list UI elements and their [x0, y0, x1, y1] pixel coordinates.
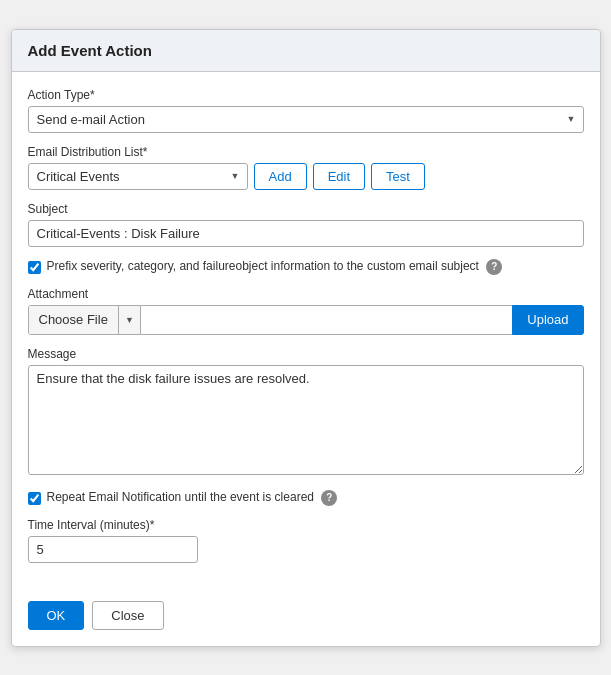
- upload-button[interactable]: Upload: [512, 305, 583, 335]
- file-name-input[interactable]: [141, 305, 513, 335]
- action-type-group: Action Type* Send e-mail Action: [28, 88, 584, 133]
- dialog-body: Action Type* Send e-mail Action Email Di…: [12, 72, 600, 591]
- dialog-footer: OK Close: [12, 591, 600, 646]
- attachment-label: Attachment: [28, 287, 584, 301]
- repeat-checkbox-row: Repeat Email Notification until the even…: [28, 490, 584, 506]
- close-button[interactable]: Close: [92, 601, 163, 630]
- ok-button[interactable]: OK: [28, 601, 85, 630]
- action-type-label: Action Type*: [28, 88, 584, 102]
- action-type-select-wrapper: Send e-mail Action: [28, 106, 584, 133]
- repeat-checkbox-label: Repeat Email Notification until the even…: [47, 490, 338, 506]
- choose-file-dropdown[interactable]: ▼: [119, 306, 140, 334]
- prefix-checkbox-label: Prefix severity, category, and failureob…: [47, 259, 503, 275]
- edit-button[interactable]: Edit: [313, 163, 365, 190]
- email-dist-label: Email Distribution List*: [28, 145, 584, 159]
- time-interval-group: Time Interval (minutes)*: [28, 518, 584, 563]
- dialog-title: Add Event Action: [28, 42, 584, 59]
- email-dist-group: Email Distribution List* Critical Events…: [28, 145, 584, 190]
- email-dist-select-wrapper: Critical Events: [28, 163, 248, 190]
- time-interval-label: Time Interval (minutes)*: [28, 518, 584, 532]
- subject-label: Subject: [28, 202, 584, 216]
- time-interval-input[interactable]: [28, 536, 198, 563]
- add-button[interactable]: Add: [254, 163, 307, 190]
- action-type-select[interactable]: Send e-mail Action: [28, 106, 584, 133]
- prefix-checkbox-row: Prefix severity, category, and failureob…: [28, 259, 584, 275]
- prefix-checkbox[interactable]: [28, 261, 41, 274]
- email-dist-inline: Critical Events Add Edit Test: [28, 163, 584, 190]
- subject-group: Subject: [28, 202, 584, 247]
- message-label: Message: [28, 347, 584, 361]
- message-group: Message: [28, 347, 584, 478]
- prefix-help-icon[interactable]: ?: [486, 259, 502, 275]
- test-button[interactable]: Test: [371, 163, 425, 190]
- attachment-row: Choose File ▼ Upload: [28, 305, 584, 335]
- attachment-group: Attachment Choose File ▼ Upload: [28, 287, 584, 335]
- choose-file-button[interactable]: Choose File: [29, 306, 119, 334]
- repeat-help-icon[interactable]: ?: [321, 490, 337, 506]
- dialog-header: Add Event Action: [12, 30, 600, 72]
- repeat-checkbox[interactable]: [28, 492, 41, 505]
- message-textarea[interactable]: [28, 365, 584, 475]
- add-event-action-dialog: Add Event Action Action Type* Send e-mai…: [11, 29, 601, 647]
- choose-file-wrapper: Choose File ▼: [28, 305, 141, 335]
- email-dist-select[interactable]: Critical Events: [28, 163, 248, 190]
- subject-input[interactable]: [28, 220, 584, 247]
